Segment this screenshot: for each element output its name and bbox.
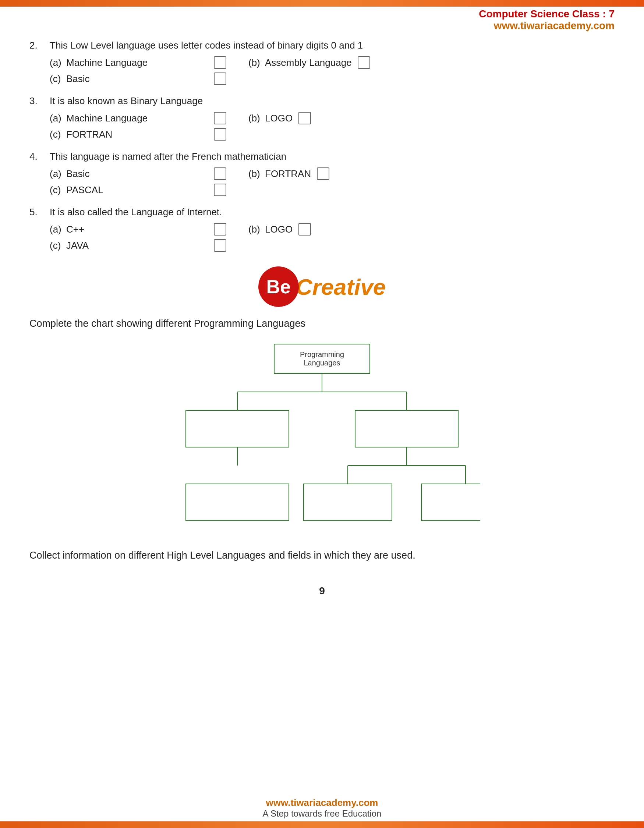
q3-text-b: LOGO bbox=[265, 113, 293, 124]
q4-text-b: FORTRAN bbox=[265, 168, 311, 180]
q5-options-ab: (a) C++ (b) LOGO bbox=[30, 223, 614, 235]
q5-checkbox-c[interactable] bbox=[214, 239, 226, 252]
q5-option-c: (c) JAVA bbox=[50, 239, 226, 252]
footer-website: www.tiwariacademy.com bbox=[0, 797, 644, 809]
q4-options-c: (c) PASCAL bbox=[30, 183, 614, 196]
q4-options-ab: (a) Basic (b) FORTRAN bbox=[30, 168, 614, 180]
q2-checkbox-a[interactable] bbox=[214, 56, 226, 69]
bottom-decorative-bar bbox=[0, 822, 644, 828]
q5-option-a: (a) C++ bbox=[50, 223, 226, 235]
svg-rect-7 bbox=[186, 410, 289, 447]
q2-option-c: (c) Basic bbox=[50, 72, 226, 85]
chart-instruction: Complete the chart showing different Pro… bbox=[30, 318, 614, 329]
q3-option-a: (a) Machine Language bbox=[50, 112, 226, 124]
creative-text: Creative bbox=[296, 274, 386, 300]
footer: www.tiwariacademy.com A Step towards fre… bbox=[0, 797, 644, 819]
q4-checkbox-b[interactable] bbox=[317, 168, 329, 180]
q5-label-a: (a) bbox=[50, 224, 66, 235]
be-circle: Be bbox=[259, 267, 299, 307]
q5-text: It is also called the Language of Intern… bbox=[50, 207, 614, 218]
q5-num: 5. bbox=[30, 207, 50, 218]
q2-checkbox-b[interactable] bbox=[358, 56, 370, 69]
q2-text: This Low Level language uses letter code… bbox=[50, 40, 614, 51]
q2-text-a: Machine Language bbox=[66, 57, 208, 69]
q3-option-b: (b) LOGO bbox=[248, 112, 311, 124]
question-4: 4. This language is named after the Fren… bbox=[30, 151, 614, 196]
q3-checkbox-c[interactable] bbox=[214, 128, 226, 141]
q5-checkbox-b[interactable] bbox=[298, 223, 311, 235]
q5-checkbox-a[interactable] bbox=[214, 223, 226, 235]
header-website: www.tiwariacademy.com bbox=[479, 20, 614, 31]
q3-text-c: FORTRAN bbox=[66, 129, 208, 140]
q4-checkbox-c[interactable] bbox=[214, 183, 226, 196]
q2-text-c: Basic bbox=[66, 73, 208, 85]
q2-label-c: (c) bbox=[50, 73, 66, 85]
question-3-row: 3. It is also known as Binary Language bbox=[30, 95, 614, 107]
q3-checkbox-b[interactable] bbox=[298, 112, 311, 124]
q5-options-c: (c) JAVA bbox=[30, 239, 614, 252]
q5-label-c: (c) bbox=[50, 240, 66, 251]
q4-num: 4. bbox=[30, 151, 50, 162]
q2-label-b: (b) bbox=[248, 57, 265, 69]
header-info: Computer Science Class : 7 www.tiwariaca… bbox=[479, 8, 614, 31]
q4-text: This language is named after the French … bbox=[50, 151, 614, 162]
q3-text: It is also known as Binary Language bbox=[50, 95, 614, 107]
header-title: Computer Science Class : 7 bbox=[479, 8, 614, 20]
q5-label-b: (b) bbox=[248, 224, 265, 235]
question-4-row: 4. This language is named after the Fren… bbox=[30, 151, 614, 162]
q4-option-a: (a) Basic bbox=[50, 168, 226, 180]
q3-checkbox-a[interactable] bbox=[214, 112, 226, 124]
q2-text-b: Assembly Language bbox=[265, 57, 352, 69]
q4-text-c: PASCAL bbox=[66, 184, 208, 196]
q4-label-b: (b) bbox=[248, 168, 265, 180]
collect-info: Collect information on different High Le… bbox=[30, 548, 614, 563]
q4-label-a: (a) bbox=[50, 168, 66, 180]
q5-text-c: JAVA bbox=[66, 240, 208, 251]
question-5-row: 5. It is also called the Language of Int… bbox=[30, 207, 614, 218]
svg-text:Languages: Languages bbox=[304, 359, 340, 367]
q5-text-a: C++ bbox=[66, 224, 208, 235]
q2-num: 2. bbox=[30, 40, 50, 51]
q2-label-a: (a) bbox=[50, 57, 66, 69]
q5-option-b: (b) LOGO bbox=[248, 223, 311, 235]
programming-language-tree: Programming Languages bbox=[164, 340, 480, 548]
q2-options-ab: (a) Machine Language (b) Assembly Langua… bbox=[30, 56, 614, 69]
q2-option-a: (a) Machine Language bbox=[50, 56, 226, 69]
be-text: Be bbox=[266, 276, 290, 298]
question-2-row: 2. This Low Level language uses letter c… bbox=[30, 40, 614, 51]
tree-svg: Programming Languages bbox=[164, 340, 480, 546]
q3-options-c: (c) FORTRAN bbox=[30, 128, 614, 141]
q3-options-ab: (a) Machine Language (b) LOGO bbox=[30, 112, 614, 124]
q3-label-b: (b) bbox=[248, 113, 265, 124]
svg-rect-16 bbox=[421, 484, 480, 521]
page-number: 9 bbox=[30, 585, 614, 597]
q2-checkbox-c[interactable] bbox=[214, 72, 226, 85]
svg-rect-14 bbox=[186, 484, 289, 521]
main-content: 2. This Low Level language uses letter c… bbox=[0, 6, 644, 619]
q4-checkbox-a[interactable] bbox=[214, 168, 226, 180]
q3-text-a: Machine Language bbox=[66, 113, 208, 124]
q4-label-c: (c) bbox=[50, 184, 66, 196]
question-5: 5. It is also called the Language of Int… bbox=[30, 207, 614, 252]
q4-text-a: Basic bbox=[66, 168, 208, 180]
svg-rect-15 bbox=[304, 484, 392, 521]
svg-rect-8 bbox=[355, 410, 458, 447]
q4-option-b: (b) FORTRAN bbox=[248, 168, 329, 180]
q5-text-b: LOGO bbox=[265, 224, 293, 235]
q4-option-c: (c) PASCAL bbox=[50, 183, 226, 196]
q3-option-c: (c) FORTRAN bbox=[50, 128, 226, 141]
q2-option-b: (b) Assembly Language bbox=[248, 56, 370, 69]
be-creative-logo: Be Creative bbox=[259, 267, 386, 307]
footer-tagline: A Step towards free Education bbox=[0, 809, 644, 819]
q3-num: 3. bbox=[30, 95, 50, 107]
question-3: 3. It is also known as Binary Language (… bbox=[30, 95, 614, 141]
svg-text:Programming: Programming bbox=[300, 350, 344, 358]
be-creative-section: Be Creative bbox=[30, 267, 614, 307]
q2-options-c: (c) Basic bbox=[30, 72, 614, 85]
top-decorative-bar bbox=[0, 0, 644, 6]
q3-label-a: (a) bbox=[50, 113, 66, 124]
question-2: 2. This Low Level language uses letter c… bbox=[30, 40, 614, 85]
q3-label-c: (c) bbox=[50, 129, 66, 140]
